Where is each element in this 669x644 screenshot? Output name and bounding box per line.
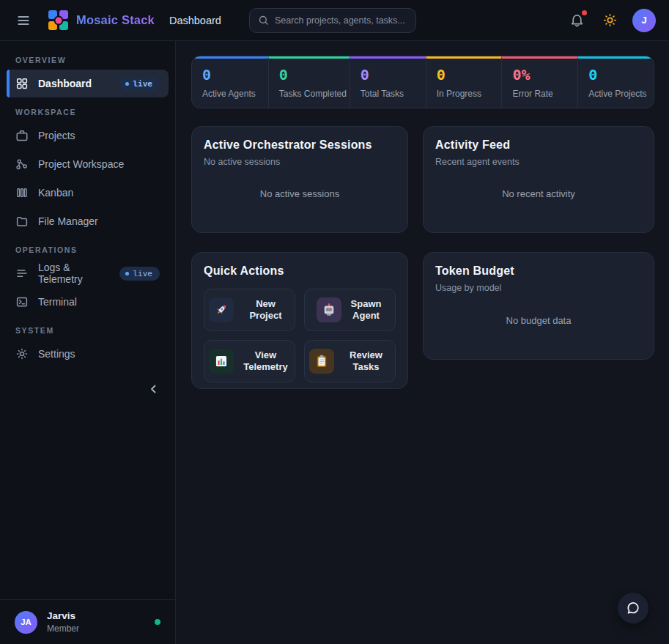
activity-feed-card: Activity Feed Recent agent events No rec… xyxy=(423,126,654,233)
stat-label: Active Projects xyxy=(588,89,651,99)
token-budget-card: Token Budget Usage by model No budget da… xyxy=(423,252,654,360)
empty-state-text: No budget data xyxy=(435,293,642,347)
sidebar-item-label: Settings xyxy=(38,348,75,360)
stat-value: 0 xyxy=(279,67,347,82)
grid-icon xyxy=(15,77,29,90)
sidebar-item-label: Logs & Telemetry xyxy=(38,262,110,285)
sidebar-item-label: Dashboard xyxy=(38,78,92,89)
sidebar-item-file-manager[interactable]: File Manager xyxy=(7,207,169,235)
breadcrumb: Dashboard xyxy=(169,15,221,26)
view-telemetry-button[interactable]: View Telemetry xyxy=(204,340,295,382)
notifications-button[interactable] xyxy=(566,10,588,31)
stat-value: 0 xyxy=(588,67,651,82)
card-subtitle: Recent agent events xyxy=(435,157,642,167)
gear-icon xyxy=(15,347,29,360)
robot-icon xyxy=(317,297,341,322)
bar-chart-icon xyxy=(209,349,234,374)
card-subtitle: Usage by model xyxy=(435,283,642,293)
theme-toggle-button[interactable] xyxy=(599,10,621,31)
online-status-dot xyxy=(155,619,160,625)
stat-error-rate: 0% Error Rate xyxy=(501,56,577,108)
sidebar: Overview Dashboard live Workspace xyxy=(0,41,176,644)
section-label-operations: Operations xyxy=(15,245,160,254)
user-initials-avatar: JA xyxy=(15,611,37,634)
chevron-left-icon xyxy=(147,382,160,396)
new-project-button[interactable]: New Project xyxy=(204,289,295,331)
briefcase-icon xyxy=(15,129,29,142)
stat-tasks-completed: 0 Tasks Completed xyxy=(268,56,350,108)
stat-active-agents: 0 Active Agents xyxy=(192,56,268,108)
hamburger-icon xyxy=(16,13,31,28)
rocket-icon xyxy=(209,297,234,322)
card-title: Quick Actions xyxy=(204,264,396,278)
live-badge: live xyxy=(119,77,160,91)
stat-label: Active Agents xyxy=(202,89,265,99)
live-dot-icon xyxy=(125,82,129,86)
terminal-icon xyxy=(15,295,29,308)
sidebar-item-label: Kanban xyxy=(38,187,73,199)
action-label: View Telemetry xyxy=(241,349,290,374)
sidebar-item-kanban[interactable]: Kanban xyxy=(7,179,169,207)
action-label: New Project xyxy=(241,298,290,323)
brand-name: Mosaic Stack xyxy=(76,13,155,27)
stat-value: 0 xyxy=(202,67,265,82)
mosaic-logo-icon xyxy=(48,10,68,30)
sidebar-item-label: Terminal xyxy=(38,296,77,308)
app-logo[interactable]: Mosaic Stack xyxy=(48,10,155,30)
quick-actions-card: Quick Actions xyxy=(191,252,408,389)
card-title: Active Orchestrator Sessions xyxy=(204,138,396,152)
sun-icon xyxy=(602,12,618,28)
user-avatar-button[interactable]: J xyxy=(632,9,656,32)
sidebar-item-label: File Manager xyxy=(38,215,98,227)
sidebar-item-label: Project Workspace xyxy=(38,158,124,170)
top-bar: Mosaic Stack Dashboard xyxy=(0,0,669,41)
stats-summary-row: 0 Active Agents 0 Tasks Completed 0 Tota… xyxy=(191,56,654,108)
sidebar-item-project-workspace[interactable]: Project Workspace xyxy=(7,150,169,178)
section-label-system: System xyxy=(15,326,160,335)
spawn-agent-button[interactable]: Spawn Agent xyxy=(304,289,396,331)
stat-value: 0 xyxy=(437,67,499,82)
active-sessions-card: Active Orchestrator Sessions No active s… xyxy=(191,126,408,233)
user-role: Member xyxy=(47,623,79,634)
log-lines-icon xyxy=(15,267,29,280)
stat-label: In Progress xyxy=(437,89,499,99)
card-title: Token Budget xyxy=(435,264,642,278)
main-content: 0 Active Agents 0 Tasks Completed 0 Tota… xyxy=(176,41,669,389)
stat-value: 0 xyxy=(361,67,423,82)
stat-label: Tasks Completed xyxy=(279,89,347,99)
stat-label: Error Rate xyxy=(512,89,574,99)
sidebar-item-projects[interactable]: Projects xyxy=(7,122,169,149)
sidebar-item-terminal[interactable]: Terminal xyxy=(7,288,169,316)
action-label: Spawn Agent xyxy=(349,298,384,323)
search-icon xyxy=(258,15,269,26)
hamburger-menu-button[interactable] xyxy=(13,10,34,31)
section-label-overview: Overview xyxy=(15,56,160,64)
stat-total-tasks: 0 Total Tasks xyxy=(350,56,426,108)
chat-bubble-icon xyxy=(625,600,641,616)
sidebar-item-dashboard[interactable]: Dashboard live xyxy=(7,70,169,97)
kanban-columns-icon xyxy=(15,186,29,199)
card-subtitle: No active sessions xyxy=(204,157,396,167)
live-dot-icon xyxy=(125,272,129,275)
review-tasks-button[interactable]: Review Tasks xyxy=(304,340,396,382)
notification-dot xyxy=(582,10,587,15)
stat-value: 0% xyxy=(512,67,574,82)
chat-assistant-button[interactable] xyxy=(618,593,648,623)
sidebar-item-logs-telemetry[interactable]: Logs & Telemetry live xyxy=(7,259,169,287)
section-label-workspace: Workspace xyxy=(15,108,160,116)
sidebar-item-label: Projects xyxy=(38,130,75,141)
sidebar-item-settings[interactable]: Settings xyxy=(7,340,169,368)
action-label: Review Tasks xyxy=(341,349,391,374)
global-search[interactable] xyxy=(249,8,416,33)
sidebar-collapse-button[interactable] xyxy=(144,380,163,399)
search-input[interactable] xyxy=(275,15,407,26)
card-title: Activity Feed xyxy=(435,138,642,152)
stat-in-progress: 0 In Progress xyxy=(426,56,502,108)
stat-label: Total Tasks xyxy=(361,89,423,99)
empty-state-text: No active sessions xyxy=(204,167,396,221)
user-profile-row[interactable]: JA Jarvis Member xyxy=(0,599,175,644)
user-name: Jarvis xyxy=(47,610,79,621)
empty-state-text: No recent activity xyxy=(435,167,642,221)
live-badge: live xyxy=(119,267,160,281)
stat-active-projects: 0 Active Projects xyxy=(577,56,654,108)
